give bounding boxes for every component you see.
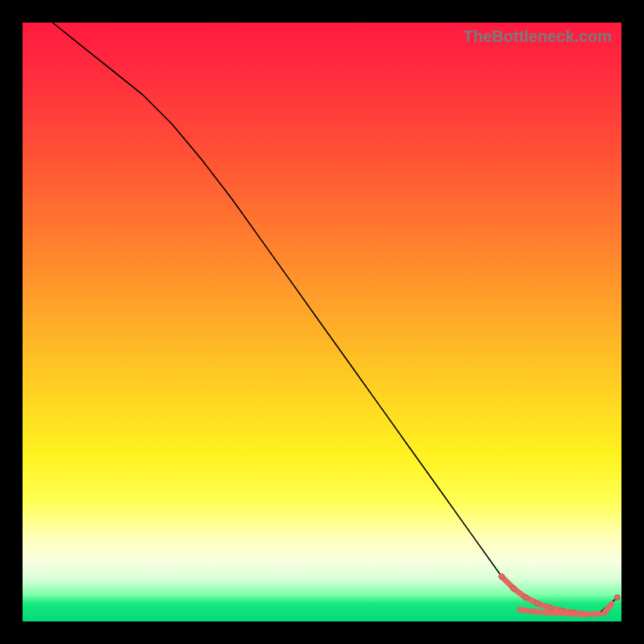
svg-line-22 bbox=[604, 604, 612, 613]
plot-area: TheBottleneck.com bbox=[23, 23, 621, 621]
svg-line-15 bbox=[520, 609, 527, 610]
svg-line-16 bbox=[531, 611, 539, 612]
svg-point-8 bbox=[511, 586, 517, 592]
chart-svg bbox=[23, 23, 621, 621]
svg-point-10 bbox=[535, 601, 540, 606]
svg-point-7 bbox=[499, 574, 505, 580]
svg-point-11 bbox=[547, 605, 552, 610]
svg-point-9 bbox=[522, 595, 528, 601]
svg-point-23 bbox=[614, 595, 620, 601]
chart-stage: TheBottleneck.com bbox=[0, 0, 644, 644]
